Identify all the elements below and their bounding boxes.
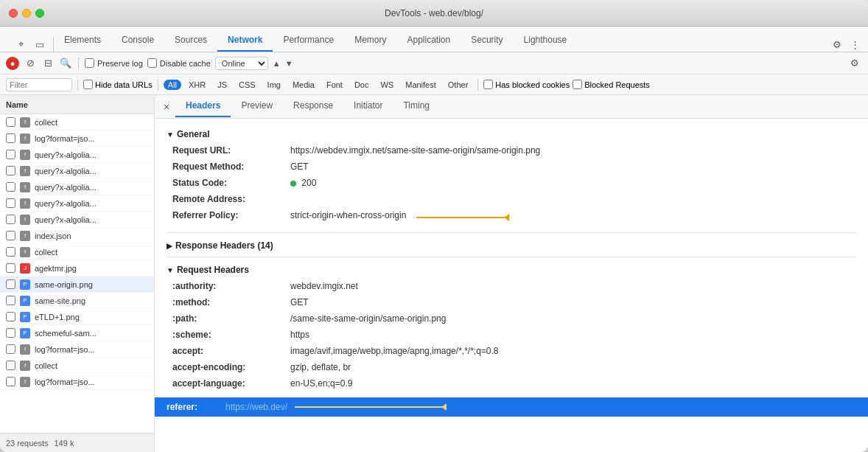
referrer-policy-annotation	[416, 217, 505, 218]
network-settings-icon[interactable]: ⚙	[847, 56, 862, 71]
referer-val: https://web.dev/	[225, 402, 287, 412]
list-item-checkbox[interactable]	[6, 361, 15, 370]
list-item-checkbox[interactable]	[6, 263, 15, 273]
list-item[interactable]: fquery?x-algolia...	[0, 179, 154, 195]
filter-icon[interactable]: ⊟	[41, 57, 55, 70]
remote-address-row: Remote Address:	[172, 191, 856, 207]
filter-tag-css[interactable]: CSS	[234, 80, 260, 90]
list-item[interactable]: PeTLD+1.png	[0, 309, 154, 325]
detail-close-button[interactable]: ×	[158, 98, 175, 116]
blocked-requests-checkbox[interactable]	[573, 80, 582, 89]
list-item-checkbox[interactable]	[6, 117, 15, 127]
list-item-checkbox[interactable]	[6, 279, 15, 289]
list-item[interactable]: Jagektmr.jpg	[0, 260, 154, 277]
list-item[interactable]: fcollect	[0, 244, 154, 260]
list-item-checkbox[interactable]	[6, 150, 15, 159]
filter-tag-ws[interactable]: WS	[376, 80, 398, 90]
minimize-button[interactable]	[22, 9, 31, 18]
list-item[interactable]: fquery?x-algolia...	[0, 147, 154, 163]
list-item[interactable]: flog?format=jso...	[0, 374, 154, 390]
list-item-checkbox[interactable]	[6, 328, 15, 338]
cursor-icon[interactable]: ⌖	[13, 37, 28, 52]
main-content: Name fcollectflog?format=jso...fquery?x-…	[0, 95, 868, 452]
detail-tab-response[interactable]: Response	[283, 96, 343, 117]
tab-application[interactable]: Application	[396, 30, 461, 52]
list-item[interactable]: fquery?x-algolia...	[0, 163, 154, 179]
has-blocked-cookies-checkbox[interactable]	[483, 80, 493, 89]
detail-tab-timing[interactable]: Timing	[393, 96, 440, 117]
settings-icon[interactable]: ⚙	[830, 37, 844, 52]
list-item-checkbox[interactable]	[6, 344, 15, 354]
more-icon[interactable]: ⋮	[847, 37, 862, 52]
preserve-log-checkbox[interactable]	[85, 58, 94, 68]
list-item[interactable]: Psame-site.png	[0, 293, 154, 309]
record-button[interactable]: ●	[6, 57, 19, 70]
tab-performance[interactable]: Performance	[273, 30, 344, 52]
list-item-checkbox[interactable]	[6, 182, 15, 192]
tab-lighthouse[interactable]: Lighthouse	[514, 30, 578, 52]
throttle-select[interactable]: Online Fast 3G Slow 3G Offline	[215, 57, 268, 70]
list-item[interactable]: findex.json	[0, 228, 154, 244]
status-dot-icon	[290, 181, 296, 187]
disable-cache-checkbox[interactable]	[147, 58, 157, 68]
list-item-name: same-origin.png	[35, 280, 148, 289]
request-method-key: Request Method:	[172, 160, 290, 173]
list-item-checkbox[interactable]	[6, 312, 15, 321]
tab-elements[interactable]: Elements	[54, 30, 111, 52]
response-headers-section-header[interactable]: ▶ Response Headers (14)	[167, 236, 856, 254]
list-item[interactable]: Pschemeful-sam...	[0, 325, 154, 341]
filter-tag-img[interactable]: Img	[263, 80, 285, 90]
filter-tag-font[interactable]: Font	[322, 80, 347, 90]
filter-tag-doc[interactable]: Doc	[350, 80, 374, 90]
filter-tag-media[interactable]: Media	[288, 80, 319, 90]
list-item-type-icon: f	[20, 215, 30, 225]
detail-tab-preview[interactable]: Preview	[231, 96, 283, 117]
close-button[interactable]	[9, 9, 18, 18]
list-item[interactable]: Psame-origin.png	[0, 277, 154, 293]
tab-console[interactable]: Console	[111, 30, 164, 52]
list-item[interactable]: flog?format=jso...	[0, 341, 154, 358]
tab-security[interactable]: Security	[461, 30, 513, 52]
detail-tab-headers[interactable]: Headers	[175, 96, 231, 117]
list-item-checkbox[interactable]	[6, 231, 15, 240]
filter-tag-manifest[interactable]: Manifest	[401, 80, 441, 90]
list-item[interactable]: flog?format=jso...	[0, 131, 154, 147]
filter-tag-js[interactable]: JS	[213, 80, 231, 90]
list-item[interactable]: fcollect	[0, 358, 154, 374]
list-header: Name	[0, 95, 154, 114]
list-item-checkbox[interactable]	[6, 215, 15, 224]
search-icon[interactable]: 🔍	[59, 57, 72, 70]
maximize-button[interactable]	[35, 9, 44, 18]
list-item-checkbox[interactable]	[6, 296, 15, 305]
filter-tag-xhr[interactable]: XHR	[184, 80, 210, 90]
tab-sources[interactable]: Sources	[164, 30, 217, 52]
request-method-val: GET	[290, 160, 309, 173]
list-item[interactable]: fquery?x-algolia...	[0, 195, 154, 212]
hide-data-urls-label[interactable]: Hide data URLs	[83, 80, 153, 89]
list-item-checkbox[interactable]	[6, 247, 15, 257]
list-item-checkbox[interactable]	[6, 198, 15, 208]
list-item-checkbox[interactable]	[6, 133, 15, 143]
has-blocked-cookies-label[interactable]: Has blocked cookies	[483, 80, 570, 89]
title-bar: DevTools - web.dev/blog/	[0, 0, 868, 27]
list-item-type-icon: P	[20, 312, 30, 322]
tab-network[interactable]: Network	[217, 30, 273, 52]
device-icon[interactable]: ▭	[32, 37, 47, 52]
filter-tag-other[interactable]: Other	[444, 80, 473, 90]
list-item[interactable]: fcollect	[0, 114, 154, 131]
list-item-checkbox[interactable]	[6, 377, 15, 386]
status-code-val: 200	[290, 176, 316, 190]
list-item-checkbox[interactable]	[6, 166, 15, 175]
request-headers-section-header[interactable]: ▼ Request Headers	[167, 260, 856, 278]
detail-tab-initiator[interactable]: Initiator	[343, 96, 393, 117]
filter-input[interactable]	[6, 78, 72, 91]
hide-data-urls-checkbox[interactable]	[83, 80, 93, 89]
tab-memory[interactable]: Memory	[344, 30, 396, 52]
list-item[interactable]: fquery?x-algolia...	[0, 212, 154, 228]
preserve-log-label[interactable]: Preserve log	[85, 58, 143, 68]
blocked-requests-label[interactable]: Blocked Requests	[573, 80, 650, 89]
filter-tag-all[interactable]: All	[164, 80, 181, 90]
general-section-header[interactable]: ▼ General	[167, 125, 856, 142]
clear-button[interactable]: ⊘	[24, 57, 37, 70]
disable-cache-label[interactable]: Disable cache	[147, 58, 211, 68]
